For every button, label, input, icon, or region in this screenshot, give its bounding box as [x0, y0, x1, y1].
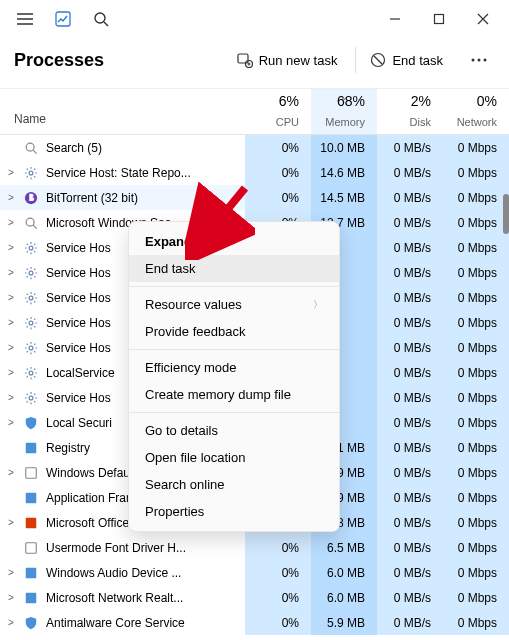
cell-cpu: 0%: [245, 535, 311, 560]
svg-rect-24: [26, 542, 37, 553]
cell-network: 0 Mbps: [443, 285, 509, 310]
cell-disk: 0 MB/s: [377, 160, 443, 185]
more-button[interactable]: [463, 54, 495, 66]
process-name: Usermode Font Driver H...: [46, 541, 245, 555]
cell-disk: 0 MB/s: [377, 610, 443, 635]
expand-icon[interactable]: >: [0, 392, 22, 403]
cell-disk: 0 MB/s: [377, 185, 443, 210]
table-row[interactable]: >Windows Audio Device ...0%6.0 MB0 MB/s0…: [0, 560, 509, 585]
run-task-icon: [237, 52, 253, 68]
column-memory[interactable]: ⌄ 68% Memory: [311, 89, 377, 134]
cell-memory: 10.0 MB: [311, 135, 377, 160]
svg-rect-20: [26, 442, 37, 453]
svg-point-6: [472, 59, 475, 62]
cell-network: 0 Mbps: [443, 335, 509, 360]
process-name: Service Host: State Repo...: [46, 166, 245, 180]
table-row[interactable]: >Antimalware Core Service0%5.9 MB0 MB/s0…: [0, 610, 509, 635]
cell-network: 0 Mbps: [443, 360, 509, 385]
reg-icon: [22, 489, 40, 507]
svg-point-13: [29, 246, 33, 250]
cell-disk: 0 MB/s: [377, 485, 443, 510]
cm-search-online[interactable]: Search online: [129, 471, 339, 498]
scrollbar-thumb[interactable]: [503, 194, 509, 234]
expand-icon[interactable]: >: [0, 167, 22, 178]
cm-open-location[interactable]: Open file location: [129, 444, 339, 471]
cell-disk: 0 MB/s: [377, 210, 443, 235]
table-row[interactable]: Search (5)0%10.0 MB0 MB/s0 Mbps: [0, 135, 509, 160]
expand-icon[interactable]: >: [0, 567, 22, 578]
svg-point-9: [26, 143, 34, 151]
expand-icon[interactable]: >: [0, 267, 22, 278]
column-name[interactable]: Name: [0, 89, 245, 134]
minimize-button[interactable]: [373, 4, 417, 34]
expand-icon[interactable]: >: [0, 342, 22, 353]
cell-disk: 0 MB/s: [377, 385, 443, 410]
cm-go-to-details[interactable]: Go to details: [129, 417, 339, 444]
expand-icon[interactable]: >: [0, 192, 22, 203]
cell-network: 0 Mbps: [443, 485, 509, 510]
svg-point-18: [29, 371, 33, 375]
svg-point-8: [484, 59, 487, 62]
table-row[interactable]: Usermode Font Driver H...0%6.5 MB0 MB/s0…: [0, 535, 509, 560]
process-name: Microsoft Network Realt...: [46, 591, 245, 605]
expand-icon[interactable]: >: [0, 592, 22, 603]
expand-icon[interactable]: >: [0, 467, 22, 478]
close-button[interactable]: [461, 4, 505, 34]
run-new-task-button[interactable]: Run new task: [225, 46, 350, 74]
cm-separator: [129, 349, 339, 350]
cell-network: 0 Mbps: [443, 435, 509, 460]
cm-properties[interactable]: Properties: [129, 498, 339, 525]
cell-disk: 0 MB/s: [377, 360, 443, 385]
search-icon: [22, 214, 40, 232]
cell-disk: 0 MB/s: [377, 335, 443, 360]
reg-icon: [22, 564, 40, 582]
expand-icon[interactable]: >: [0, 367, 22, 378]
end-task-button[interactable]: End task: [355, 46, 455, 74]
svg-point-14: [29, 271, 33, 275]
gear-icon: [22, 239, 40, 257]
search-icon[interactable]: [86, 4, 116, 34]
cell-memory: 6.0 MB: [311, 560, 377, 585]
titlebar-left: [4, 4, 116, 34]
table-row[interactable]: >Microsoft Network Realt...0%6.0 MB0 MB/…: [0, 585, 509, 610]
cm-create-dump[interactable]: Create memory dump file: [129, 381, 339, 408]
window-controls: [373, 4, 505, 34]
cell-disk: 0 MB/s: [377, 560, 443, 585]
column-network[interactable]: 0% Network: [443, 89, 509, 134]
cm-end-task[interactable]: End task: [129, 255, 339, 282]
cell-disk: 0 MB/s: [377, 585, 443, 610]
header-actions: Run new task End task: [225, 46, 495, 74]
expand-icon[interactable]: >: [0, 317, 22, 328]
expand-icon[interactable]: >: [0, 417, 22, 428]
app-icon: [48, 4, 78, 34]
bt-icon: [22, 189, 40, 207]
cm-provide-feedback[interactable]: Provide feedback: [129, 318, 339, 345]
svg-point-17: [29, 346, 33, 350]
svg-point-16: [29, 321, 33, 325]
reg-icon: [22, 589, 40, 607]
cm-efficiency-mode[interactable]: Efficiency mode: [129, 354, 339, 381]
expand-icon[interactable]: >: [0, 242, 22, 253]
expand-icon[interactable]: >: [0, 217, 22, 228]
expand-icon[interactable]: >: [0, 517, 22, 528]
maximize-button[interactable]: [417, 4, 461, 34]
column-headers: Name 6% CPU ⌄ 68% Memory 2% Disk 0% Netw…: [0, 89, 509, 135]
table-row[interactable]: >BitTorrent (32 bit)0%14.5 MB0 MB/s0 Mbp…: [0, 185, 509, 210]
svg-point-19: [29, 396, 33, 400]
table-row[interactable]: >Service Host: State Repo...0%14.6 MB0 M…: [0, 160, 509, 185]
process-name: Antimalware Core Service: [46, 616, 245, 630]
column-disk[interactable]: 2% Disk: [377, 89, 443, 134]
expand-icon[interactable]: >: [0, 617, 22, 628]
search-icon: [22, 139, 40, 157]
cm-expand[interactable]: Expand: [129, 228, 339, 255]
cm-resource-values[interactable]: Resource values〉: [129, 291, 339, 318]
cell-memory: 14.6 MB: [311, 160, 377, 185]
gear-icon: [22, 264, 40, 282]
cell-disk: 0 MB/s: [377, 460, 443, 485]
column-cpu[interactable]: 6% CPU: [245, 89, 311, 134]
cell-network: 0 Mbps: [443, 585, 509, 610]
header: Processes Run new task End task: [0, 38, 509, 89]
process-name: BitTorrent (32 bit): [46, 191, 245, 205]
menu-icon[interactable]: [10, 4, 40, 34]
expand-icon[interactable]: >: [0, 292, 22, 303]
